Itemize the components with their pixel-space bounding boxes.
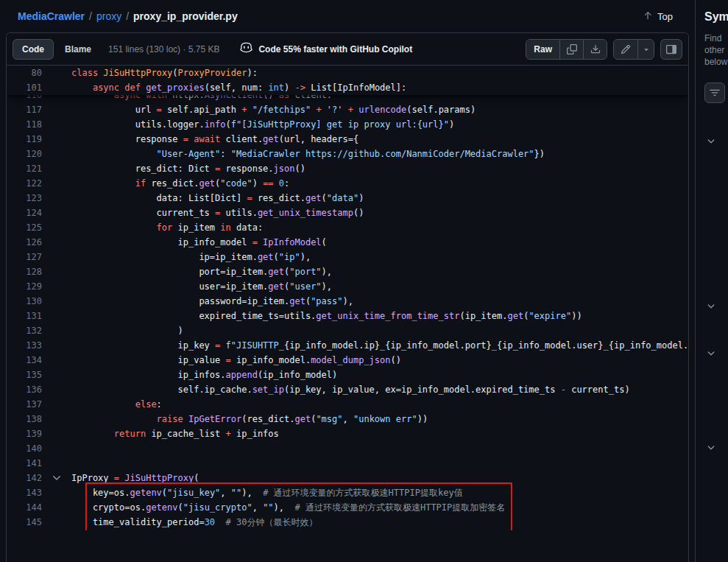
line-number[interactable]: 142 [7,471,42,485]
code-text: utils.logger.info(f"[JiSuHttpProxy] get … [71,117,688,132]
code-line: 141 [7,456,688,471]
symbols-panel-title: Symbols [704,10,728,24]
code-line: 122 if res_dict.get("code") == 0: [7,176,688,191]
line-number[interactable]: 126 [7,235,42,250]
symbols-description-line: Find [704,32,728,44]
symbols-panel-toggle-button[interactable] [660,39,682,60]
line-number[interactable]: 125 [7,220,42,235]
line-number[interactable]: 121 [7,161,42,176]
symbols-panel: Symbols Find other below [695,0,728,562]
chevron-down-icon[interactable] [706,136,716,150]
line-number[interactable]: 143 [7,485,42,500]
copy-button[interactable] [559,40,583,59]
line-number[interactable]: 127 [7,250,42,264]
line-number[interactable]: 124 [7,206,42,220]
line-number[interactable]: 133 [7,338,42,353]
code-line: 119 response = await client.get(url, hea… [7,132,688,147]
code-text: async def get_proxies(self, num: int) ->… [71,80,688,95]
line-number[interactable]: 130 [7,294,42,309]
chevron-down-icon[interactable] [706,443,716,456]
code-line: 144 crypto=os.getenv("jisu_crypto", ""),… [7,500,688,515]
code-line: 80class JiSuHttpProxy(ProxyProvider): [7,66,688,80]
code-line: 139 return ip_cache_list + ip_infos [7,426,688,441]
code-text: url = self.api_path + "/fetchips" + '?' … [71,102,688,117]
code-line: 146) [7,530,688,530]
breadcrumb-repo-link[interactable]: MediaCrawler [18,10,85,22]
file-toolbar: Code Blame 151 lines (130 loc) · 5.75 KB… [7,33,688,66]
line-number[interactable]: 144 [7,500,42,515]
line-number[interactable]: 118 [7,117,42,132]
sticky-scope-lines: 80class JiSuHttpProxy(ProxyProvider):101… [7,66,688,95]
chevron-down-icon[interactable] [706,348,716,362]
code-text: ip_value = ip_info_model.model_dump_json… [71,353,688,368]
code-line: 137 else: [7,397,688,412]
download-button[interactable] [583,40,607,59]
line-number[interactable]: 141 [7,456,42,471]
code-line: 129 user=ip_item.get("user"), [7,279,688,294]
tab-code[interactable]: Code [13,39,54,60]
edit-dropdown-button[interactable] [637,40,654,59]
back-to-top-button[interactable]: Top [643,10,673,23]
code-text: current_ts = utils.get_unix_timestamp() [71,206,688,220]
line-number[interactable]: 136 [7,382,42,397]
chevron-down-icon[interactable] [706,301,716,315]
code-line: 140 [7,441,688,456]
code-line: 145 time_validity_period=30 # 30分钟（最长时效） [7,515,688,530]
code-text: "User-Agent": "MediaCrawler https://gith… [71,147,688,161]
line-number[interactable]: 122 [7,176,42,191]
edit-button[interactable] [614,40,637,59]
partially-scrolled-line: 116 async with httpx.AsyncClient() as cl… [7,95,688,102]
code-blame-switch: Code Blame [13,39,101,60]
raw-button[interactable]: Raw [526,40,559,59]
code-line: 127 ip=ip_item.get("ip"), [7,250,688,264]
line-number[interactable]: 116 [7,95,42,102]
line-number[interactable]: 119 [7,132,42,147]
line-number[interactable]: 139 [7,426,42,441]
line-number[interactable]: 120 [7,147,42,161]
copilot-icon [240,41,252,57]
line-number[interactable]: 132 [7,323,42,338]
line-number[interactable]: 134 [7,353,42,368]
code-line: 135 ip_infos.append(ip_info_model) [7,368,688,382]
copilot-banner[interactable]: Code 55% faster with GitHub Copilot [240,41,412,57]
line-number[interactable]: 129 [7,279,42,294]
back-to-top-label: Top [657,11,673,22]
arrow-up-icon [643,10,653,23]
code-line: 125 for ip_item in data: [7,220,688,235]
code-text: port=ip_item.get("port"), [71,264,688,279]
line-number[interactable]: 80 [7,66,42,80]
code-text: raise IpGetError(res_dict.get("msg", "un… [71,412,688,426]
symbols-panel-icon [666,44,676,55]
line-number[interactable]: 117 [7,102,42,117]
code-line: 123 data: List[Dict] = res_dict.get("dat… [7,191,688,206]
line-number[interactable]: 137 [7,397,42,412]
download-icon [590,44,601,55]
tab-blame[interactable]: Blame [55,39,101,60]
collapse-chevron-icon[interactable] [42,471,71,485]
code-text: ) [71,530,688,530]
code-text [71,441,688,456]
code-line: 142IpProxy = JiSuHttpProxy( [7,471,688,485]
line-number[interactable]: 131 [7,309,42,323]
code-text: self.ip_cache.set_ip(ip_key, ip_value, e… [71,382,688,397]
pencil-icon [621,44,631,55]
breadcrumb-file-name: proxy_ip_provider.py [133,10,238,22]
file-stats: 151 lines (130 loc) · 5.75 KB [108,44,219,55]
breadcrumb-folder-link[interactable]: proxy [96,10,121,22]
code-line: 132 ) [7,323,688,338]
code-line: 116 async with httpx.AsyncClient() as cl… [7,95,688,102]
code-text: return ip_cache_list + ip_infos [71,426,688,441]
line-number[interactable]: 138 [7,412,42,426]
line-number[interactable]: 101 [7,80,42,95]
code-line: 143 key=os.getenv("jisu_key", ""), # 通过环… [7,485,688,500]
code-text: crypto=os.getenv("jisu_crypto", ""), # 通… [71,500,688,515]
code-text: time_validity_period=30 # 30分钟（最长时效） [71,515,688,530]
line-number[interactable]: 140 [7,441,42,456]
line-number[interactable]: 145 [7,515,42,530]
line-number[interactable]: 123 [7,191,42,206]
line-number[interactable]: 128 [7,264,42,279]
filter-button[interactable] [704,82,725,103]
code-line: 138 raise IpGetError(res_dict.get("msg",… [7,412,688,426]
line-number[interactable]: 135 [7,368,42,382]
line-number[interactable]: 146 [7,530,42,530]
